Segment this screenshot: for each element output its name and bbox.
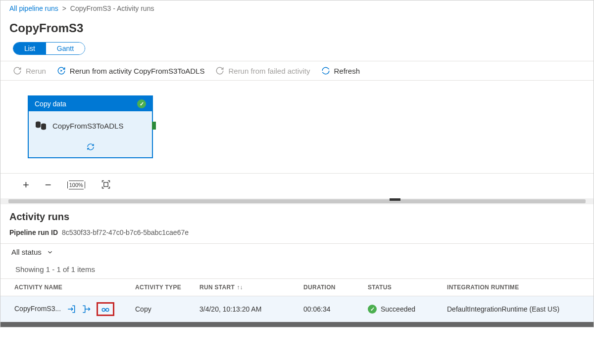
breadcrumb-root[interactable]: All pipeline runs xyxy=(9,4,58,12)
filter-row: All status xyxy=(0,243,594,260)
sort-icon: ↑↓ xyxy=(237,284,243,291)
svg-rect-3 xyxy=(104,182,108,186)
refresh-label: Refresh xyxy=(334,67,360,75)
toolbar: Rerun Rerun from activity CopyFromS3ToAD… xyxy=(0,61,594,81)
refresh-button[interactable]: Refresh xyxy=(321,66,360,75)
col-activity-type[interactable]: ACTIVITY TYPE xyxy=(129,279,194,296)
view-toggle-gantt[interactable]: Gantt xyxy=(46,43,85,54)
rerun-label: Rerun xyxy=(26,67,46,75)
status-filter-dropdown[interactable]: All status xyxy=(11,248,53,256)
activity-card-header: Copy data ✓ xyxy=(29,96,152,111)
status-success-icon: ✓ xyxy=(368,305,377,314)
cell-status: ✓ Succeeded xyxy=(362,296,441,322)
chevron-down-icon xyxy=(47,249,53,256)
details-glasses-highlighted[interactable] xyxy=(97,302,114,316)
success-check-icon: ✓ xyxy=(137,99,146,108)
activity-type-label: Copy data xyxy=(35,100,66,108)
zoom-out-button[interactable]: − xyxy=(45,179,51,191)
rerun-failed-label: Rerun from failed activity xyxy=(228,67,310,75)
col-run-start[interactable]: RUN START↑↓ xyxy=(194,279,297,296)
status-filter-label: All status xyxy=(11,248,42,256)
col-duration[interactable]: DURATION xyxy=(297,279,362,296)
status-text: Succeeded xyxy=(381,305,415,313)
activity-name-label: CopyFromS3ToADLS xyxy=(52,122,123,130)
output-icon[interactable] xyxy=(82,305,91,314)
rerun-failed-button: Rerun from failed activity xyxy=(215,66,310,75)
zoom-in-button[interactable]: + xyxy=(23,179,29,191)
zoom-fit-button[interactable] xyxy=(101,180,111,191)
rerun-failed-icon xyxy=(215,66,224,75)
rerun-from-label: Rerun from activity CopyFromS3ToADLS xyxy=(70,67,205,75)
activity-runs-heading: Activity runs xyxy=(0,204,594,227)
activity-runs-table: ACTIVITY NAME ACTIVITY TYPE RUN START↑↓ … xyxy=(0,278,594,322)
breadcrumb-current: CopyFromS3 - Activity runs xyxy=(70,4,154,12)
database-copy-icon xyxy=(35,120,48,131)
cell-run-start: 3/4/20, 10:13:20 AM xyxy=(194,296,297,322)
page-title: CopyFromS3 xyxy=(0,16,594,42)
rerun-from-activity-button[interactable]: Rerun from activity CopyFromS3ToADLS xyxy=(57,66,205,75)
activity-card-body: CopyFromS3ToADLS xyxy=(29,111,152,140)
refresh-icon xyxy=(321,66,330,75)
rerun-button: Rerun xyxy=(13,66,46,75)
activity-name-text: CopyFromS3... xyxy=(14,305,61,313)
run-id-label: Pipeline run ID xyxy=(9,228,58,236)
cell-integration-runtime: DefaultIntegrationRuntime (East US) xyxy=(441,296,594,322)
svg-point-4 xyxy=(102,309,105,312)
table-scrollbar[interactable] xyxy=(0,322,594,327)
view-toggle: List Gantt xyxy=(13,42,85,55)
breadcrumb-separator: > xyxy=(62,4,66,12)
zoom-controls: + − 100% xyxy=(0,174,594,198)
cell-activity-type: Copy xyxy=(129,296,194,322)
activity-card[interactable]: Copy data ✓ CopyFromS3ToADLS xyxy=(28,95,153,158)
zoom-reset-button[interactable]: 100% xyxy=(67,182,85,188)
view-toggle-list[interactable]: List xyxy=(13,43,46,54)
canvas-scrollbar[interactable] xyxy=(0,198,594,204)
activity-card-footer xyxy=(29,140,152,157)
output-connector[interactable] xyxy=(152,122,156,130)
recycle-icon[interactable] xyxy=(86,143,96,151)
items-count: Showing 1 - 1 of 1 items xyxy=(0,260,594,278)
glasses-icon xyxy=(101,305,110,314)
svg-marker-0 xyxy=(60,70,62,72)
run-id-value: 8c530f33-bf72-47c0-b7c6-5babc1cae67e xyxy=(62,228,189,236)
pipeline-canvas[interactable]: Copy data ✓ CopyFromS3ToADLS xyxy=(0,81,594,174)
table-row[interactable]: CopyFromS3... Copy 3/4/20, 10:13:20 AM 0… xyxy=(0,296,594,322)
rerun-from-icon xyxy=(57,66,66,75)
breadcrumb: All pipeline runs > CopyFromS3 - Activit… xyxy=(0,0,594,16)
col-activity-name[interactable]: ACTIVITY NAME xyxy=(0,279,129,296)
rerun-icon xyxy=(13,66,22,75)
col-integration-runtime[interactable]: INTEGRATION RUNTIME xyxy=(441,279,594,296)
svg-point-5 xyxy=(106,309,109,312)
col-status[interactable]: STATUS xyxy=(362,279,441,296)
cell-duration: 00:06:34 xyxy=(297,296,362,322)
input-icon[interactable] xyxy=(67,305,76,314)
table-header-row: ACTIVITY NAME ACTIVITY TYPE RUN START↑↓ … xyxy=(0,279,594,296)
cell-activity-name: CopyFromS3... xyxy=(0,296,129,322)
pipeline-run-id: Pipeline run ID 8c530f33-bf72-47c0-b7c6-… xyxy=(0,227,594,243)
